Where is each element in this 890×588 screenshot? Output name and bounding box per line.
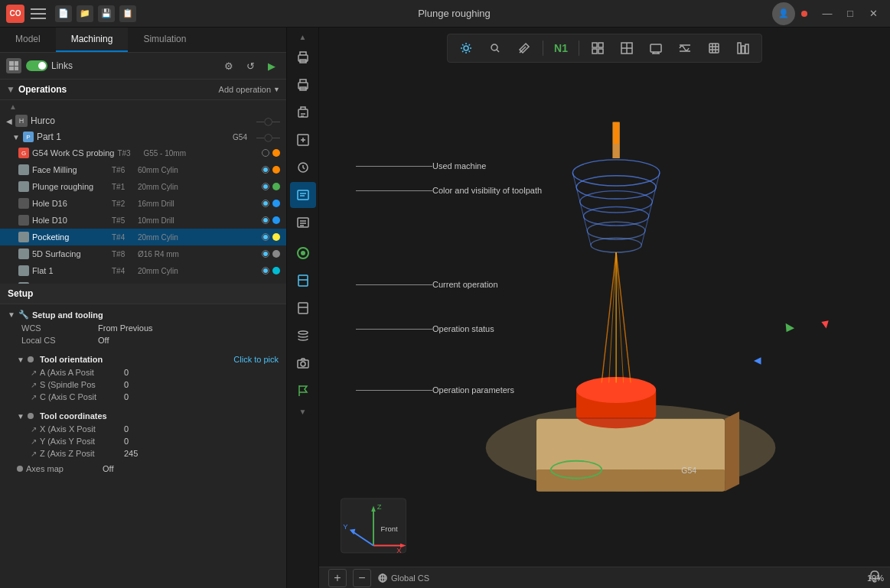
tab-machining[interactable]: Machining xyxy=(56,28,129,52)
mid-print-icon[interactable] xyxy=(290,44,316,70)
ops-part1-header[interactable]: ▼ P Part 1 G54 —◯— xyxy=(0,129,286,145)
mid-active-op-icon[interactable] xyxy=(290,182,316,208)
svg-rect-11 xyxy=(298,275,308,286)
op-dot-5d xyxy=(272,250,280,258)
mid-scroll-down[interactable]: ▼ xyxy=(290,405,316,417)
profile-avatar[interactable]: 👤 xyxy=(772,2,795,25)
panel-toolbar: Links ⚙ ↺ ▶ xyxy=(0,53,286,80)
operations-title: Operations xyxy=(18,84,67,95)
vp-layers-icon[interactable] xyxy=(702,37,726,59)
tool-orientation-header[interactable]: ▼ Tool orientation Click to pick xyxy=(0,352,286,366)
hamburger-menu-icon[interactable] xyxy=(31,8,46,19)
global-cs-button[interactable]: Global CS xyxy=(377,573,429,583)
setup-tooling-header[interactable]: ▼ 🔧 Setup and tooling xyxy=(0,307,286,322)
svg-rect-7 xyxy=(298,190,308,200)
svg-point-10 xyxy=(301,251,305,255)
op-tool-5d: T#8 xyxy=(112,250,135,258)
axis-z-label: Z (Axis Z Posit xyxy=(40,449,124,458)
tab-model[interactable]: Model xyxy=(0,28,56,52)
op-icon-pocketing xyxy=(18,232,29,242)
op-circle-hole10 xyxy=(262,216,269,224)
axes-map-bullet xyxy=(17,466,23,472)
svg-text:X: X xyxy=(396,546,402,554)
global-cs-label: Global CS xyxy=(391,573,429,583)
op-tool-hole16: T#2 xyxy=(112,200,135,208)
play-icon[interactable]: ▶ xyxy=(263,57,280,74)
mid-tool-icon[interactable] xyxy=(290,154,316,180)
part1-label: Part 1 xyxy=(37,132,61,142)
axis-x-icon: ↗ xyxy=(31,425,37,434)
vp-n1-button[interactable]: N1 xyxy=(549,37,572,59)
vp-tool-icon[interactable] xyxy=(512,37,536,59)
wcs-label: WCS xyxy=(21,323,98,333)
new-file-icon[interactable]: 📄 xyxy=(55,5,72,22)
axis-x-value: 0 xyxy=(124,424,129,434)
document-icon[interactable]: 📋 xyxy=(119,5,136,22)
op-item-5d[interactable]: 5D Surfacing T#8 Ø16 R4 mm xyxy=(0,245,286,262)
axis-c-icon: ↗ xyxy=(31,393,37,401)
op-dot-g54 xyxy=(272,149,280,157)
scroll-up-arrow[interactable]: ▲ xyxy=(0,100,26,112)
tab-simulation[interactable]: Simulation xyxy=(128,28,201,52)
mid-flag-icon[interactable] xyxy=(290,378,316,404)
svg-point-13 xyxy=(298,331,308,334)
app-icon: CO xyxy=(6,5,24,23)
minimize-button[interactable]: — xyxy=(817,3,838,24)
axes-map-value: Off xyxy=(103,464,113,473)
op-dot-plunge xyxy=(272,183,280,190)
op-item-g54[interactable]: G G54 Work CS probing T#3 G55 - 10mm xyxy=(0,145,286,161)
op-item-flat1[interactable]: Flat 1 T#4 20mm Cylin xyxy=(0,262,286,279)
op-item-face[interactable]: Face Milling T#6 60mm Cylin xyxy=(0,161,286,178)
op-item-hole10[interactable]: Hole D10 T#5 10mm Drill xyxy=(0,212,286,229)
mid-list-icon[interactable] xyxy=(290,210,316,236)
op-item-plunge[interactable]: Plunge roughing T#1 20mm Cylin xyxy=(0,178,286,195)
titlebar-tools: 📄 📁 💾 📋 xyxy=(55,5,136,22)
vp-grid-icon[interactable] xyxy=(585,37,610,59)
vp-settings-icon[interactable] xyxy=(454,37,478,59)
window-controls: — □ ✕ xyxy=(817,3,884,24)
svg-marker-32 xyxy=(725,411,739,491)
vp-layout-icon[interactable] xyxy=(615,37,639,59)
svg-rect-27 xyxy=(745,44,748,54)
mid-bookmark2-icon[interactable] xyxy=(290,295,316,321)
mid-bookmark-icon[interactable] xyxy=(290,268,316,294)
op-item-hole16[interactable]: Hole D16 T#2 16mm Drill xyxy=(0,195,286,212)
mid-camera-icon[interactable] xyxy=(290,350,316,376)
mid-print2-icon[interactable] xyxy=(290,72,316,98)
op-item-pocketing[interactable]: Pocketing T#4 20mm Cylin xyxy=(0,229,286,245)
ops-group-hurco[interactable]: ◀ H Hurco —◯— xyxy=(0,112,286,129)
mid-circle-btn[interactable] xyxy=(290,240,316,266)
axis-y-row: ↗ Y (Axis Y Posit 0 xyxy=(0,435,286,447)
svg-text:G54: G54 xyxy=(681,466,696,475)
op-desc-plunge: 20mm Cylin xyxy=(138,183,259,191)
vp-search-icon[interactable] xyxy=(483,37,507,59)
zoom-minus-button[interactable]: − xyxy=(353,569,371,587)
mid-print3-icon[interactable] xyxy=(290,99,316,125)
tool-coordinates-header[interactable]: ▼ Tool coordinates xyxy=(0,409,286,423)
maximize-button[interactable]: □ xyxy=(839,3,861,24)
click-to-pick-label[interactable]: Click to pick xyxy=(233,355,279,364)
svg-rect-26 xyxy=(742,46,745,54)
vp-display-icon[interactable] xyxy=(644,37,668,59)
operations-list: ▲ ◀ H Hurco —◯— ▼ P Part 1 G54 —◯— G G54… xyxy=(0,100,286,284)
vp-wave-icon[interactable] xyxy=(673,37,697,59)
mid-scroll-up[interactable]: ▲ xyxy=(290,31,316,43)
svg-rect-23 xyxy=(650,44,661,52)
svg-rect-18 xyxy=(592,43,597,47)
links-toggle-switch[interactable] xyxy=(26,60,47,71)
add-operation-button[interactable]: Add operation ▼ xyxy=(219,85,280,94)
op-dot-hole10 xyxy=(272,216,280,224)
part1-icon: P xyxy=(23,132,34,142)
settings-icon[interactable]: ⚙ xyxy=(220,57,237,74)
zoom-plus-button[interactable]: + xyxy=(328,569,347,587)
mid-layer-icon[interactable] xyxy=(290,323,316,349)
vp-sep2 xyxy=(579,41,579,56)
vp-chart-icon[interactable] xyxy=(731,37,755,59)
links-label: Links xyxy=(51,60,73,71)
save-icon[interactable]: 💾 xyxy=(98,5,115,22)
refresh-icon[interactable]: ↺ xyxy=(242,57,259,74)
close-button[interactable]: ✕ xyxy=(862,3,884,24)
mid-export-icon[interactable] xyxy=(290,127,316,153)
open-folder-icon[interactable]: 📁 xyxy=(77,5,93,22)
axes-map-label: Axes map xyxy=(26,464,103,473)
